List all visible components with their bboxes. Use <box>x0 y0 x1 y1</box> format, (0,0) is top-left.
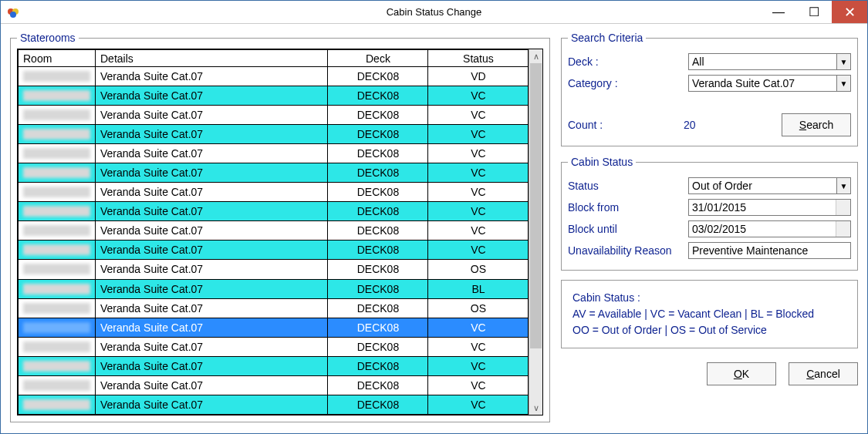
staterooms-legend: Staterooms <box>17 32 79 44</box>
cell-status: VC <box>428 318 529 337</box>
col-details[interactable]: Details <box>96 50 328 67</box>
status-combo[interactable]: Out of Order ▼ <box>688 177 851 194</box>
category-label: Category : <box>568 77 684 89</box>
close-button[interactable]: ✕ <box>832 1 867 23</box>
cell-room <box>19 260 96 279</box>
cell-status: VC <box>428 86 529 106</box>
table-row[interactable]: Veranda Suite Cat.07DECK08VC <box>19 221 529 241</box>
table-row[interactable]: Veranda Suite Cat.07DECK08BL <box>19 279 529 298</box>
cell-details: Veranda Suite Cat.07 <box>96 183 328 202</box>
table-row[interactable]: Veranda Suite Cat.07DECK08VC <box>19 144 529 163</box>
deck-value: All <box>692 56 704 68</box>
search-criteria-legend: Search Criteria <box>568 32 646 44</box>
table-scrollbar[interactable]: ∧ ∨ <box>529 49 542 415</box>
block-from-label: Block from <box>568 201 684 214</box>
cell-deck: DECK08 <box>328 375 428 395</box>
cell-room <box>19 67 96 86</box>
staterooms-table[interactable]: Room Details Deck Status Veranda Suite C… <box>18 49 529 415</box>
cabin-status-group: Cabin Status Status Out of Order ▼ Block… <box>561 156 858 271</box>
cell-details: Veranda Suite Cat.07 <box>96 86 328 106</box>
cell-deck: DECK08 <box>328 241 428 260</box>
minimize-button[interactable]: — <box>761 1 796 23</box>
titlebar: Cabin Status Change — ☐ ✕ <box>1 1 867 24</box>
cell-room <box>19 318 96 337</box>
block-until-input[interactable]: 03/02/2015 <box>688 220 851 237</box>
cell-details: Veranda Suite Cat.07 <box>96 375 328 395</box>
col-room[interactable]: Room <box>19 50 96 67</box>
cell-room <box>19 241 96 260</box>
cell-details: Veranda Suite Cat.07 <box>96 260 328 279</box>
legend-line3: OO = Out of Order | OS = Out of Service <box>572 322 846 338</box>
scroll-up-icon[interactable]: ∧ <box>529 49 542 63</box>
cell-deck: DECK08 <box>328 221 428 241</box>
cell-status: VC <box>428 144 529 163</box>
cell-details: Veranda Suite Cat.07 <box>96 67 328 86</box>
cell-room <box>19 125 96 144</box>
cell-details: Veranda Suite Cat.07 <box>96 298 328 318</box>
cell-room <box>19 395 96 414</box>
scroll-down-icon[interactable]: ∨ <box>529 401 542 415</box>
table-row[interactable]: Veranda Suite Cat.07DECK08OS <box>19 298 529 318</box>
deck-combo[interactable]: All ▼ <box>688 53 851 70</box>
reason-input[interactable]: Preventive Maintenance <box>688 242 851 259</box>
cell-details: Veranda Suite Cat.07 <box>96 163 328 183</box>
scroll-thumb[interactable] <box>530 63 542 348</box>
table-row[interactable]: Veranda Suite Cat.07DECK08VC <box>19 183 529 202</box>
table-row[interactable]: Veranda Suite Cat.07DECK08VC <box>19 86 529 106</box>
col-deck[interactable]: Deck <box>328 50 428 67</box>
cell-status: VC <box>428 202 529 221</box>
block-until-value: 03/02/2015 <box>692 223 746 235</box>
cell-deck: DECK08 <box>328 86 428 106</box>
table-row[interactable]: Veranda Suite Cat.07DECK08VC <box>19 356 529 375</box>
table-row[interactable]: Veranda Suite Cat.07DECK08VC <box>19 241 529 260</box>
cell-status: VC <box>428 375 529 395</box>
ok-button[interactable]: OK <box>707 362 776 385</box>
table-row[interactable]: Veranda Suite Cat.07DECK08OS <box>19 260 529 279</box>
chevron-down-icon[interactable]: ▼ <box>836 178 850 193</box>
cell-details: Veranda Suite Cat.07 <box>96 202 328 221</box>
cell-room <box>19 163 96 183</box>
count-label: Count : <box>568 119 684 131</box>
cell-details: Veranda Suite Cat.07 <box>96 221 328 241</box>
table-row[interactable]: Veranda Suite Cat.07DECK08VC <box>19 375 529 395</box>
table-row[interactable]: Veranda Suite Cat.07DECK08VD <box>19 67 529 86</box>
table-row[interactable]: Veranda Suite Cat.07DECK08VC <box>19 202 529 221</box>
cell-deck: DECK08 <box>328 260 428 279</box>
category-combo[interactable]: Veranda Suite Cat.07 ▼ <box>688 75 851 92</box>
table-row[interactable]: Veranda Suite Cat.07DECK08VC <box>19 106 529 125</box>
table-row[interactable]: Veranda Suite Cat.07DECK08VC <box>19 318 529 337</box>
search-button[interactable]: Search <box>782 113 851 136</box>
search-criteria-group: Search Criteria Deck : All ▼ Category : … <box>561 32 858 146</box>
col-status[interactable]: Status <box>428 50 529 67</box>
block-until-label: Block until <box>568 223 684 235</box>
cell-room <box>19 375 96 395</box>
table-row[interactable]: Veranda Suite Cat.07DECK08VC <box>19 163 529 183</box>
chevron-down-icon[interactable]: ▼ <box>836 76 850 91</box>
maximize-button[interactable]: ☐ <box>796 1 832 23</box>
cell-deck: DECK08 <box>328 202 428 221</box>
cell-status: VC <box>428 163 529 183</box>
block-from-input[interactable]: 31/01/2015 <box>688 199 851 216</box>
cancel-button[interactable]: Cancel <box>789 362 858 385</box>
cell-details: Veranda Suite Cat.07 <box>96 356 328 375</box>
table-row[interactable]: Veranda Suite Cat.07DECK08VC <box>19 395 529 414</box>
cell-status: VC <box>428 337 529 356</box>
cell-status: OS <box>428 260 529 279</box>
cell-deck: DECK08 <box>328 163 428 183</box>
cabin-status-change-window: Cabin Status Change — ☐ ✕ Staterooms <box>0 0 868 434</box>
cell-status: VC <box>428 241 529 260</box>
cell-room <box>19 298 96 318</box>
table-row[interactable]: Veranda Suite Cat.07DECK08VC <box>19 125 529 144</box>
cell-details: Veranda Suite Cat.07 <box>96 337 328 356</box>
table-row[interactable]: Veranda Suite Cat.07DECK08VC <box>19 337 529 356</box>
cell-deck: DECK08 <box>328 395 428 414</box>
cell-details: Veranda Suite Cat.07 <box>96 106 328 125</box>
cell-details: Veranda Suite Cat.07 <box>96 279 328 298</box>
cell-deck: DECK08 <box>328 125 428 144</box>
staterooms-group: Staterooms Room Details <box>10 32 550 422</box>
legend-line1: Cabin Status : <box>572 290 846 306</box>
cell-status: VC <box>428 221 529 241</box>
cell-status: VC <box>428 125 529 144</box>
chevron-down-icon[interactable]: ▼ <box>836 54 850 69</box>
cell-status: VC <box>428 395 529 414</box>
